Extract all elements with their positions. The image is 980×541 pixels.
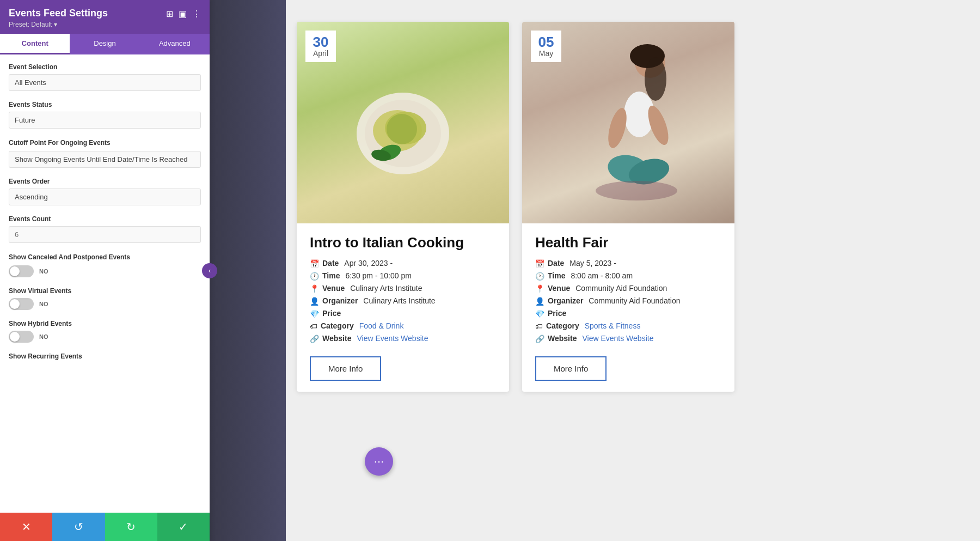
show-hybrid-toggle-label: NO [39,333,48,340]
organizer-label-2: Organizer [548,296,583,305]
event-title-2: Health Fair [535,234,721,251]
category-icon-1: 🏷 [310,322,317,331]
category-label-2: Category [546,321,579,330]
panel-preset[interactable]: Preset: Default ▾ [9,21,166,28]
event-details-2: 📅 Date May 5, 2023 - 🕐 Time 8:00 am - 8:… [535,259,721,343]
clock-icon-2: 🕐 [535,272,544,281]
show-hybrid-label: Show Hybrid Events [9,320,201,327]
organizer-icon-2: 👤 [535,297,544,306]
event-date-day-1: 30 [312,35,329,49]
events-order-group: Events Order Ascending [9,178,201,205]
organizer-value-2: Community Aid Foundation [589,296,680,305]
dark-overlay [210,0,286,541]
price-label-2: Price [548,309,566,318]
show-recurring-label: Show Recurring Events [9,352,201,360]
detail-price-1: 💎 Price [310,309,496,318]
show-hybrid-toggle-row: NO [9,331,201,343]
redo-button[interactable]: ↻ [105,513,157,541]
detail-date-2: 📅 Date May 5, 2023 - [535,259,721,268]
show-canceled-group: Show Canceled And Postponed Events NO [9,253,201,277]
event-card-2: 05 May Health Fair 📅 Date May 5, 2023 - … [522,22,734,392]
show-canceled-toggle[interactable] [9,265,34,277]
panel-header-icons: ⊞ ▣ ⋮ [166,9,201,19]
toggle-knob-3 [10,332,20,342]
panel-bottom-bar: ✕ ↺ ↻ ✓ [0,513,210,541]
date-value-1: Apr 30, 2023 - [344,259,393,268]
website-link-2[interactable]: View Events Website [582,334,653,343]
detail-website-2: 🔗 Website View Events Website [535,334,721,343]
save-button[interactable]: ✓ [157,513,210,541]
show-hybrid-group: Show Hybrid Events NO [9,320,201,343]
expand-icon[interactable]: ⊞ [166,9,173,19]
event-date-day-2: 05 [537,35,555,49]
events-grid: 30 April Intro to Italian Cooking 📅 Date… [210,0,980,414]
floating-action-button[interactable]: ··· [365,447,393,476]
event-selection-select[interactable]: All Events [9,74,201,91]
category-link-2[interactable]: Sports & Fitness [585,321,641,330]
organizer-icon-1: 👤 [310,297,319,306]
events-order-label: Events Order [9,178,201,185]
show-recurring-group: Show Recurring Events [9,352,201,360]
events-status-select[interactable]: Future [9,112,201,129]
reset-button[interactable]: ↺ [52,513,105,541]
detail-date-1: 📅 Date Apr 30, 2023 - [310,259,496,268]
events-count-input[interactable] [9,226,201,243]
preview-area: 30 April Intro to Italian Cooking 📅 Date… [210,0,980,541]
show-hybrid-toggle[interactable] [9,331,34,343]
events-count-group: Events Count [9,215,201,243]
category-label-1: Category [321,321,354,330]
detail-venue-1: 📍 Venue Culinary Arts Institute [310,284,496,293]
cutoff-label: Cutoff Point For Ongoing Events [9,138,201,148]
settings-panel: Events Feed Settings Preset: Default ▾ ⊞… [0,0,210,541]
website-icon-1: 🔗 [310,335,319,343]
more-info-button-2[interactable]: More Info [535,356,607,381]
time-value-1: 6:30 pm - 10:00 pm [345,271,411,280]
event-title-1: Intro to Italian Cooking [310,234,496,251]
collapse-button[interactable]: ‹ [202,263,217,278]
detail-category-2: 🏷 Category Sports & Fitness [535,321,721,331]
more-info-button-1[interactable]: More Info [310,356,381,381]
show-canceled-toggle-row: NO [9,265,201,277]
events-order-select[interactable]: Ascending [9,189,201,205]
toggle-knob [10,266,20,276]
calendar-icon-2: 📅 [535,259,544,268]
time-value-2: 8:00 am - 8:00 am [571,271,633,280]
organizer-label-1: Organizer [322,296,358,305]
panel-content: Event Selection All Events Events Status… [0,54,210,513]
show-virtual-toggle-label: NO [39,301,48,307]
reset-icon: ↺ [74,520,83,533]
redo-icon: ↻ [126,520,136,533]
cancel-icon: ✕ [22,520,31,533]
show-virtual-toggle[interactable] [9,298,34,310]
more-options-icon[interactable]: ⋮ [192,9,201,19]
yoga-svg [574,30,683,215]
event-image-2: 05 May [522,22,734,223]
detail-time-2: 🕐 Time 8:00 am - 8:00 am [535,271,721,281]
tab-design[interactable]: Design [70,34,139,54]
category-link-1[interactable]: Food & Drink [359,321,404,330]
show-virtual-toggle-row: NO [9,298,201,310]
website-icon-2: 🔗 [535,335,544,343]
website-link-1[interactable]: View Events Website [357,334,428,343]
show-canceled-toggle-label: NO [39,268,48,275]
event-details-1: 📅 Date Apr 30, 2023 - 🕐 Time 6:30 pm - 1… [310,259,496,343]
show-canceled-label: Show Canceled And Postponed Events [9,253,201,262]
date-label-1: Date [322,259,339,268]
event-card-1: 30 April Intro to Italian Cooking 📅 Date… [297,22,509,392]
venue-label-1: Venue [322,284,345,293]
cutoff-select[interactable]: Show Ongoing Events Until End Date/Time … [9,151,201,168]
venue-value-1: Culinary Arts Institute [350,284,422,293]
time-label-1: Time [322,271,340,280]
organizer-value-1: Culinary Arts Institute [363,296,435,305]
tab-content[interactable]: Content [0,34,70,54]
tab-advanced[interactable]: Advanced [140,34,210,54]
layout-icon[interactable]: ▣ [179,9,187,19]
food-svg [343,63,463,183]
cutoff-group: Cutoff Point For Ongoing Events Show Ong… [9,138,201,168]
cancel-button[interactable]: ✕ [0,513,52,541]
svg-point-4 [387,114,417,144]
clock-icon-1: 🕐 [310,272,319,281]
svg-point-15 [596,181,677,200]
events-status-label: Events Status [9,101,201,108]
event-date-month-1: April [312,49,329,58]
